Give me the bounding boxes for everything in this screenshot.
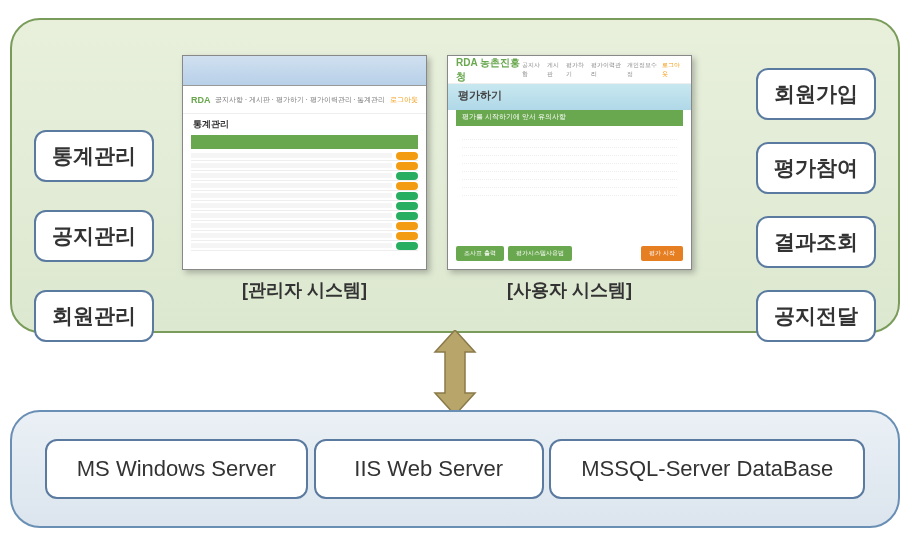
user-footer: 조사표 출력 평가시스템사용법 평가 시작: [456, 246, 683, 261]
admin-caption: [관리자 시스템]: [242, 278, 367, 302]
admin-table-rows: [183, 149, 426, 253]
member-mgmt-box: 회원관리: [34, 290, 154, 342]
stat-mgmt-box: 통계관리: [34, 130, 154, 182]
notice-mgmt-box: 공지관리: [34, 210, 154, 262]
infrastructure-panel: MS Windows Server IIS Web Server MSSQL-S…: [10, 410, 900, 528]
browser-chrome: [183, 56, 426, 86]
admin-screenshot: RDA 공지사항 · 게시판 · 평가하기 · 평가이력관리 · 통계관리 로그…: [182, 55, 427, 270]
admin-logo: RDA: [191, 95, 211, 105]
print-btn: 조사표 출력: [456, 246, 504, 261]
screenshots-row: RDA 공지사항 · 게시판 · 평가하기 · 평가이력관리 · 통계관리 로그…: [182, 55, 692, 302]
user-logo: RDA 농촌진흥청: [456, 56, 522, 84]
user-nav: 공지사항 게시판 평가하기 평가이력관리 개인정보수정 로그아웃: [522, 61, 683, 79]
windows-server-box: MS Windows Server: [45, 439, 308, 500]
bidirectional-arrow-icon: [430, 330, 480, 415]
systems-panel: 통계관리 공지관리 회원관리 회원가입 평가참여 결과조회 공지전달 RDA 공…: [10, 18, 900, 333]
admin-logout: 로그아웃: [390, 95, 418, 105]
admin-system-group: RDA 공지사항 · 게시판 · 평가하기 · 평가이력관리 · 통계관리 로그…: [182, 55, 427, 302]
user-system-group: RDA 농촌진흥청 공지사항 게시판 평가하기 평가이력관리 개인정보수정 로그…: [447, 55, 692, 302]
admin-nav: 공지사항 · 게시판 · 평가하기 · 평가이력관리 · 통계관리: [215, 95, 385, 105]
svg-marker-0: [435, 330, 475, 415]
user-caption: [사용자 시스템]: [507, 278, 632, 302]
start-eval-btn: 평가 시작: [641, 246, 683, 261]
admin-table-header: [191, 135, 418, 149]
notice-delivery-box: 공지전달: [756, 290, 876, 342]
result-view-box: 결과조회: [756, 216, 876, 268]
guide-btn: 평가시스템사용법: [508, 246, 572, 261]
user-features: 회원가입 평가참여 결과조회 공지전달: [756, 68, 876, 342]
user-content-lines: [448, 126, 691, 202]
user-banner: 평가하기: [448, 84, 691, 110]
admin-section-title: 통계관리: [183, 114, 426, 135]
mssql-server-box: MSSQL-Server DataBase: [549, 439, 865, 500]
user-header: RDA 농촌진흥청 공지사항 게시판 평가하기 평가이력관리 개인정보수정 로그…: [448, 56, 691, 84]
iis-server-box: IIS Web Server: [314, 439, 544, 500]
user-screenshot: RDA 농촌진흥청 공지사항 게시판 평가하기 평가이력관리 개인정보수정 로그…: [447, 55, 692, 270]
admin-features: 통계관리 공지관리 회원관리: [34, 130, 154, 342]
eval-participate-box: 평가참여: [756, 142, 876, 194]
signup-box: 회원가입: [756, 68, 876, 120]
admin-header: RDA 공지사항 · 게시판 · 평가하기 · 평가이력관리 · 통계관리 로그…: [183, 86, 426, 114]
user-green-header: 평가를 시작하기에 앞서 유의사항: [456, 110, 683, 126]
